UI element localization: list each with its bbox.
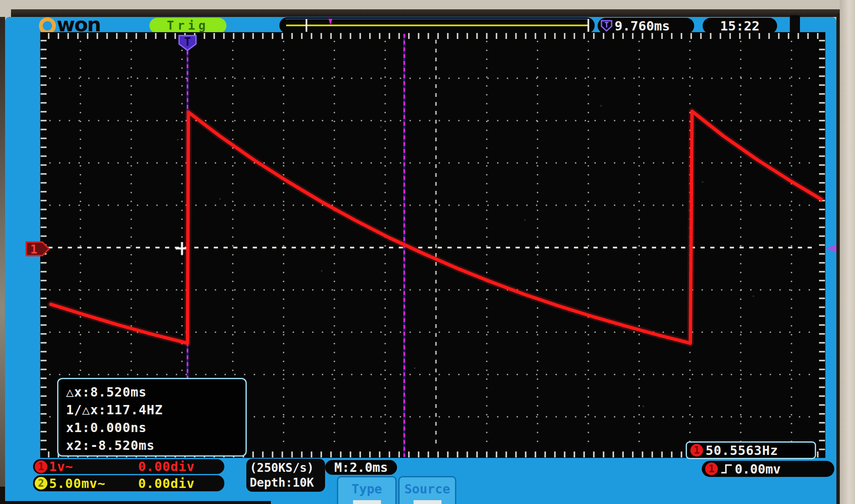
sample-rate: (250KS/s) [250, 460, 322, 475]
ch1-badge: 1 [35, 460, 47, 473]
record-depth: Depth:10K [250, 475, 322, 490]
cursor-inv-dx-readout: 1/△x:117.4HZ [66, 401, 245, 419]
ch1-scale: 1v~ [49, 459, 73, 474]
memory-trigger-tick-icon [328, 19, 332, 25]
ch2-position: 0.00div [138, 476, 195, 491]
owon-logo-text: won [57, 17, 100, 33]
timebase-readout: M:2.0ms [325, 460, 397, 475]
ch2-badge: 2 [35, 477, 47, 490]
memory-window-right-bracket [587, 19, 589, 32]
oscilloscope-screen-photo: won Trig T 9.760ms 15:22 T 1 △x:8.520ms … [0, 0, 855, 504]
svg-text:T: T [604, 21, 609, 29]
ch1-position: 0.00div [138, 459, 195, 474]
owon-logo: won [39, 18, 100, 34]
trig-status-badge: Trig [149, 18, 226, 33]
cursor-dx-readout: △x:8.520ms [66, 383, 245, 401]
frequency-counter: 1 50.5563Hz [686, 441, 816, 459]
trigger-offset-value: 9.760ms [615, 18, 670, 33]
ch1-readout: 1 1v~ 0.00div [33, 459, 224, 474]
menu-source-selection [414, 500, 441, 504]
rising-edge-icon [720, 463, 733, 475]
bezel-right [840, 0, 855, 504]
ch2-scale: 5.00mv~ [49, 476, 105, 491]
trigger-flag-icon: T [600, 19, 613, 32]
cursor-x2-readout: x2:-8.520ms [66, 437, 245, 454]
svg-text:T: T [184, 36, 191, 48]
clock-readout: 15:22 [703, 18, 777, 34]
trigger-channel-badge: 1 [705, 463, 718, 475]
menu-source-button[interactable]: Source [398, 476, 456, 504]
acquisition-readout: (250KS/s) Depth:10K [246, 459, 325, 492]
trigger-level-readout: 1 0.00mv [702, 461, 834, 477]
trigger-level-value: 0.00mv [735, 462, 781, 476]
cursor-measure-panel: △x:8.520ms 1/△x:117.4HZ x1:0.000ns x2:-8… [57, 378, 247, 457]
menu-type-selection [353, 500, 381, 504]
trigger-offset-readout: T 9.760ms [598, 18, 694, 34]
bezel-top [11, 9, 855, 17]
freq-channel-badge: 1 [690, 444, 703, 457]
owon-logo-o-icon [39, 17, 56, 34]
top-right-tab [790, 15, 800, 33]
cursor-x1-readout: x1:0.000ns [66, 419, 245, 437]
bezel-bottom [0, 501, 271, 504]
ch1-position-marker[interactable]: 1 [25, 240, 51, 257]
memory-bar-line [286, 25, 587, 26]
memory-position-bar[interactable] [279, 17, 595, 33]
bezel-right-edge [836, 14, 840, 504]
memory-window-left-bracket [306, 19, 307, 32]
ch2-readout: 2 5.00mv~ 0.00div [33, 475, 224, 491]
menu-type-button[interactable]: Type [337, 476, 397, 504]
bezel-left [0, 17, 5, 504]
svg-text:1: 1 [30, 242, 38, 256]
bezel-corner [0, 487, 5, 504]
freq-value: 50.5563Hz [706, 443, 778, 458]
